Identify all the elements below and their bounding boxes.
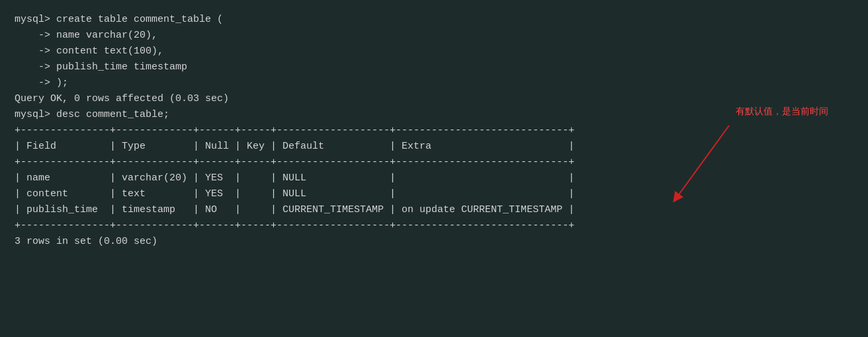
line-16: 3 rows in set (0.00 sec) xyxy=(15,234,853,250)
line-11: +---------------+-------------+------+--… xyxy=(15,155,853,170)
terminal-window: mysql> create table comment_table ( -> n… xyxy=(0,0,868,262)
line-3: -> content text(100), xyxy=(15,44,853,59)
line-12: | name | varchar(20) | YES | | NULL | | xyxy=(15,170,853,186)
line-9: +---------------+-------------+------+--… xyxy=(15,123,853,139)
line-2: -> name varchar(20), xyxy=(15,28,853,44)
line-6: Query OK, 0 rows affected (0.03 sec) xyxy=(15,91,853,107)
line-14: | publish_time | timestamp | NO | | CURR… xyxy=(15,202,853,218)
line-15: +---------------+-------------+------+--… xyxy=(15,218,853,234)
line-8: mysql> desc comment_table; xyxy=(15,107,853,123)
line-4: -> publish_time timestamp xyxy=(15,59,853,75)
line-5: -> ); xyxy=(15,75,853,91)
line-1: mysql> create table comment_table ( xyxy=(15,12,853,28)
line-13: | content | text | YES | | NULL | | xyxy=(15,186,853,202)
line-10: | Field | Type | Null | Key | Default | … xyxy=(15,139,853,155)
